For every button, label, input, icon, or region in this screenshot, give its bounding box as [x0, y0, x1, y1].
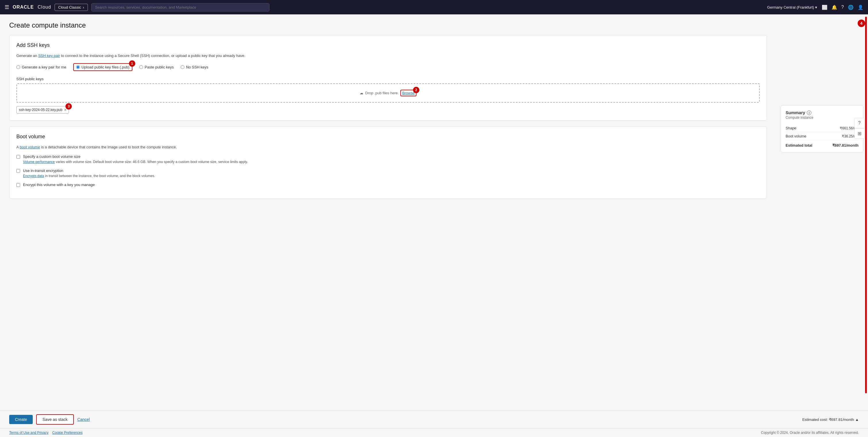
radio-paste-keys[interactable]: Paste public keys	[139, 65, 174, 69]
step-badge-4: 4	[858, 20, 865, 27]
boot-volume-card: Boot volume A boot volume is a detachabl…	[9, 126, 767, 199]
shape-label: Shape	[785, 126, 797, 130]
page-title: Create compute instance	[9, 21, 767, 29]
terms-link[interactable]: Terms of Use and Privacy	[9, 431, 49, 435]
help-icon[interactable]: ?	[841, 5, 844, 10]
boot-volume-label: Boot volume	[785, 134, 806, 138]
user-icon[interactable]: 👤	[858, 5, 863, 10]
radio-no-ssh[interactable]: No SSH keys	[181, 65, 208, 69]
hamburger-menu-icon[interactable]: ☰	[5, 4, 9, 10]
radio-generate-key[interactable]: Generate a key pair for me	[17, 65, 66, 69]
uploaded-file-tag: ssh-key-2024-05-22.key.pub ×	[17, 106, 69, 114]
help-circle-icon[interactable]: ?	[854, 118, 865, 128]
footer-left: Terms of Use and Privacy Cookie Preferen…	[9, 431, 83, 435]
encrypt-label: Encrypt this volume with a key you manag…	[23, 182, 95, 187]
scroll-indicator	[865, 17, 867, 393]
footer-right: Copyright © 2024, Oracle and/or its affi…	[761, 431, 859, 435]
bottom-actions: Create Save as stack Cancel	[9, 414, 90, 425]
encrypts-data-link[interactable]: Encrypts data	[23, 174, 44, 178]
bottom-bar: Create Save as stack Cancel Estimated co…	[0, 411, 868, 428]
radio-upload-key[interactable]: Upload public key files (.pub) 1	[73, 63, 132, 71]
cost-arrow-icon: ▲	[855, 417, 859, 422]
ssh-drop-zone[interactable]: ☁ Drop .pub files here. Browse 2	[17, 83, 760, 103]
top-navigation: ☰ ORACLE Cloud Cloud Classic › Germany C…	[0, 0, 868, 14]
summary-boot-row: Boot volume ₹36.25/mo	[785, 132, 859, 140]
summary-header: Summary i	[785, 110, 859, 115]
boot-card-title: Boot volume	[17, 134, 760, 140]
summary-card: Summary i Compute instance Shape ₹661.56…	[781, 105, 863, 152]
summary-title: Summary	[785, 110, 805, 115]
summary-info-icon[interactable]: i	[807, 110, 811, 115]
browse-link[interactable]: Browse	[402, 91, 414, 95]
grid-icon[interactable]: ⊞	[854, 128, 865, 139]
create-button[interactable]: Create	[9, 415, 33, 424]
total-label: Estimated total	[785, 143, 812, 147]
ssh-radio-group: Generate a key pair for me Upload public…	[17, 63, 760, 71]
custom-boot-volume-checkbox[interactable]	[17, 155, 20, 159]
custom-boot-label: Specify a custom boot volume size	[23, 154, 248, 159]
search-input[interactable]	[91, 3, 270, 11]
save-as-stack-button[interactable]: Save as stack	[36, 414, 74, 425]
terminal-icon[interactable]: ⬜	[822, 5, 828, 10]
cost-label: Estimated cost: ₹697.81/month	[802, 417, 854, 422]
page-footer: Terms of Use and Privacy Cookie Preferen…	[0, 428, 868, 437]
in-transit-label: Use in-transit encryption	[23, 169, 155, 173]
cancel-button[interactable]: Cancel	[77, 417, 90, 422]
content-area: Create compute instance Add SSH keys Gen…	[0, 14, 776, 411]
volume-performance-link[interactable]: Volume performance	[23, 160, 55, 164]
encrypt-volume-checkbox[interactable]	[17, 183, 20, 187]
boot-volume-link[interactable]: boot volume	[20, 145, 40, 149]
region-selector[interactable]: Germany Central (Frankfurt) ▾	[767, 5, 817, 9]
nav-icons: ⬜ 🔔 ? 🌐 👤	[822, 5, 863, 10]
globe-icon[interactable]: 🌐	[848, 5, 854, 10]
total-value: ₹697.81/month	[832, 143, 859, 147]
step-badge-2: 2	[413, 87, 420, 93]
custom-boot-volume-option: Specify a custom boot volume size Volume…	[17, 154, 760, 164]
encrypt-volume-option: Encrypt this volume with a key you manag…	[17, 182, 760, 187]
ssh-description: Generate an SSH key pair to connect to t…	[17, 53, 760, 59]
browse-highlight: Browse 2	[400, 90, 416, 96]
step-badge-1: 1	[129, 60, 135, 67]
ssh-keys-card: Add SSH keys Generate an SSH key pair to…	[9, 35, 767, 121]
cloud-classic-button[interactable]: Cloud Classic ›	[55, 4, 88, 11]
summary-total-row: Estimated total ₹697.81/month	[785, 140, 859, 147]
helper-icons: ? ⊞	[854, 118, 865, 139]
step-badge-3: 3	[65, 103, 72, 110]
summary-shape-row: Shape ₹661.56/mo	[785, 124, 859, 132]
right-sidebar: ? ⊞ Summary i Compute instance Shape ₹66…	[776, 14, 868, 411]
bell-icon[interactable]: 🔔	[832, 5, 837, 10]
top-nav-right: Germany Central (Frankfurt) ▾ ⬜ 🔔 ? 🌐 👤	[767, 5, 863, 10]
in-transit-encryption-checkbox[interactable]	[17, 169, 20, 173]
upload-cloud-icon: ☁	[360, 91, 363, 95]
summary-subtitle: Compute instance	[785, 116, 859, 120]
custom-boot-desc: Volume performance varies with volume si…	[23, 160, 248, 164]
cookie-prefs-link[interactable]: Cookie Preferences	[52, 431, 83, 435]
in-transit-desc: Encrypts data in transit between the ins…	[23, 174, 155, 178]
file-tag-wrapper: ssh-key-2024-05-22.key.pub × 3	[17, 106, 69, 114]
ssh-key-pair-link[interactable]: SSH key pair	[38, 54, 60, 58]
estimated-cost-display[interactable]: Estimated cost: ₹697.81/month ▲	[802, 417, 859, 422]
ssh-card-title: Add SSH keys	[17, 42, 760, 48]
file-name-label: ssh-key-2024-05-22.key.pub	[19, 108, 62, 112]
oracle-logo: ORACLE Cloud	[13, 5, 51, 10]
boot-description: A boot volume is a detachable device tha…	[17, 144, 760, 150]
in-transit-encryption-option: Use in-transit encryption Encrypts data …	[17, 169, 760, 178]
ssh-keys-label: SSH public keys	[17, 77, 760, 81]
